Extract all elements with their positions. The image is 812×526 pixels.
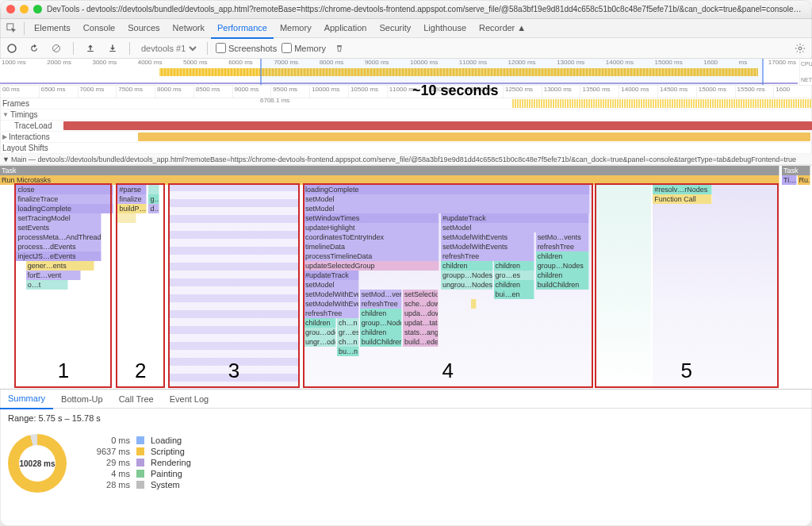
track-frames[interactable]: Frames [0,98,812,109]
flame-cell[interactable]: children [360,328,402,337]
flame-cell[interactable]: Function Call [653,194,712,204]
panel-tab-performance[interactable]: Performance [211,18,274,39]
track-interactions[interactable]: ▶Interactions [0,132,812,143]
screenshots-checkbox[interactable]: Screenshots [216,43,277,53]
flame-cell[interactable]: bui…en [494,290,534,299]
flame-cell[interactable]: stats…ange [403,328,439,337]
flame-cell[interactable]: children [536,251,590,261]
details-tab-summary[interactable]: Summary [0,389,53,409]
legend-swatch-sys [136,481,144,489]
details-tab-call-tree[interactable]: Call Tree [111,390,162,409]
svg-point-7 [799,47,802,50]
legend-row-load: 0 msLoading [90,436,191,445]
download-icon[interactable] [104,40,121,57]
collect-garbage-icon[interactable] [331,40,348,57]
flame-cell[interactable]: groupp…Nodes [441,271,493,280]
panel-tab-console[interactable]: Console [77,18,121,39]
flame-cell[interactable]: children [494,280,534,290]
inspect-icon[interactable] [3,20,21,37]
flame-cell[interactable]: setModelWithEvents [441,242,534,251]
flame-cell[interactable]: Ti…ed [782,175,796,185]
flame-cell[interactable]: setModel [304,204,590,213]
details-tab-strip: SummaryBottom-UpCall TreeEvent Log [0,390,812,409]
flame-task[interactable]: Task [0,166,779,175]
overview-net-label: NET [801,77,812,83]
legend-swatch-paint [136,470,144,478]
flame-cell[interactable]: refreshTree [441,251,534,261]
settings-gear-icon[interactable] [791,40,809,57]
legend-row-sys: 28 msSystem [90,480,191,490]
flame-cell[interactable]: gro…es [494,271,534,280]
summary-donut: 10028 ms [8,434,67,493]
flame-cell[interactable]: children [360,309,402,318]
flame-cell[interactable] [471,299,477,309]
flame-cell[interactable]: children [536,271,590,280]
summary-range: Range: 5.75 s – 15.78 s [0,409,812,428]
track-timings[interactable]: ▼Timings [0,109,812,121]
details-tab-bottom-up[interactable]: Bottom-Up [53,390,111,409]
flame-chart[interactable]: Task Task Run Microtasks Ti…ed Ru…ks clo… [0,166,812,390]
chevron-right-icon[interactable]: ▶ [2,133,7,140]
window-controls[interactable] [6,5,42,13]
legend-swatch-script [136,447,144,455]
reload-record-icon[interactable] [25,40,43,57]
flame-cell[interactable]: ch…n [337,318,359,328]
flame-cell[interactable]: Ru…ks [798,175,810,185]
details-tab-event-log[interactable]: Event Log [162,390,217,409]
performance-toolbar: devtools #1 Screenshots Memory [0,38,812,59]
tracks-area: Frames ▼Timings TraceLoad ▶Interactions … [0,98,812,166]
panel-tab-security[interactable]: Security [373,18,417,39]
flame-cell[interactable]: refreshTree [536,242,590,251]
panel-tab-memory[interactable]: Memory [274,18,318,39]
session-select[interactable]: devtools #1 [138,43,199,54]
upload-icon[interactable] [82,40,99,57]
flame-cell[interactable]: group…Nodes [536,261,590,271]
interactions-bar[interactable] [138,132,810,141]
summary-legend: 0 msLoading9637 msScripting29 msRenderin… [90,434,191,491]
flame-cell[interactable]: bu…n [337,347,359,356]
panel-tab-sources[interactable]: Sources [121,18,166,39]
track-traceload[interactable]: TraceLoad [0,121,812,132]
chevron-down-icon[interactable]: ▼ [2,155,10,163]
clear-icon[interactable] [48,40,65,57]
minimize-icon[interactable] [20,5,29,13]
legend-row-render: 29 msRendering [90,458,191,467]
fullscreen-icon[interactable] [33,5,42,13]
flame-cell[interactable]: setMo…vents [536,232,590,242]
flame-cell[interactable]: upda…dow [403,309,439,318]
overview-selection[interactable] [260,59,764,85]
flame-cell[interactable]: #updateTrack [441,213,589,223]
flame-cell[interactable]: ch…n [337,337,359,347]
flame-cell[interactable]: updat…tats [403,318,439,328]
panel-tab-lighthouse[interactable]: Lighthouse [417,18,473,39]
track-layout-shifts[interactable]: Layout Shifts [0,143,812,154]
track-main-header[interactable]: ▼ Main — devtools://devtools/bundled/dev… [0,154,812,165]
flame-cell[interactable]: group…Nodes [360,318,402,328]
legend-row-script: 9637 msScripting [90,447,191,456]
chevron-down-icon[interactable]: ▼ [2,111,9,118]
memory-checkbox[interactable]: Memory [282,43,326,53]
traceload-bar[interactable] [63,121,812,130]
flame-cell[interactable]: #resolv…rNodes [653,185,712,194]
record-icon[interactable] [3,40,21,57]
overview-track[interactable]: 1000 ms2000 ms3000 ms4000 ms5000 ms6000 … [0,59,812,86]
panel-tab-network[interactable]: Network [167,18,211,39]
flame-task-right[interactable]: Task [782,166,810,175]
flame-cell[interactable]: gr…es [337,328,359,337]
flame-cell[interactable]: build…eded [403,337,439,347]
flame-cell[interactable]: buildChildren [360,337,402,347]
close-icon[interactable] [6,5,15,13]
panel-tab-recorder-[interactable]: Recorder ▲ [473,18,532,39]
flame-cell[interactable]: setModel [441,223,589,232]
flame-cell[interactable]: children [441,261,493,271]
devtools-window: DevTools - devtools://devtools/bundled/d… [0,0,812,526]
timeline-ruler[interactable]: 00 ms6500 ms7000 ms7500 ms8000 ms8500 ms… [0,86,812,98]
panel-tab-application[interactable]: Application [318,18,373,39]
flame-cell[interactable]: children [494,261,534,271]
flame-cell[interactable]: ungrou…Nodes [441,280,493,290]
frames-band [512,99,811,108]
svg-point-1 [8,44,16,52]
flame-cell[interactable]: buildChildren [536,280,590,290]
flame-cell[interactable]: setModelWithEvents [441,232,534,242]
panel-tab-elements[interactable]: Elements [28,18,77,39]
